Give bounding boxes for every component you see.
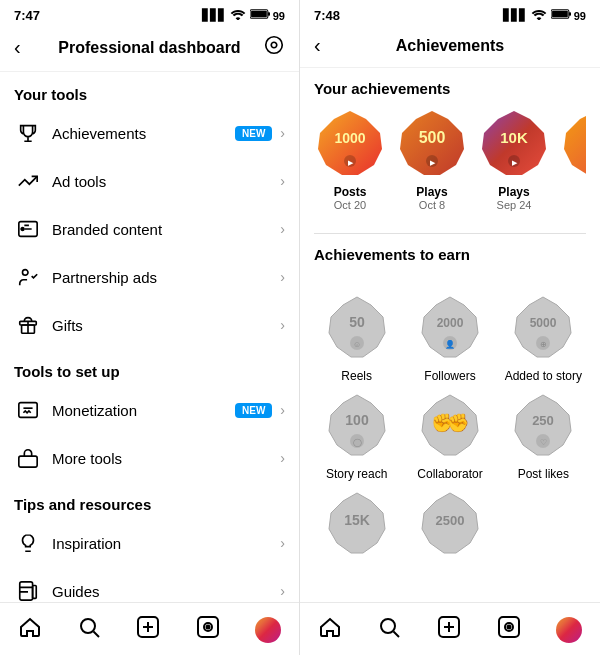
svg-point-3 xyxy=(266,37,283,54)
nav-profile-left[interactable] xyxy=(247,615,289,645)
toolbox-icon xyxy=(14,444,42,472)
achievements-label: Achievements xyxy=(52,125,235,142)
menu-item-achievements[interactable]: Achievements NEW › xyxy=(0,109,299,157)
earned-achievement-1000-posts[interactable]: 1000 ▶ Posts Oct 20 xyxy=(314,109,386,211)
menu-item-branded-content[interactable]: Branded content › xyxy=(0,205,299,253)
nav-plus-left[interactable] xyxy=(128,613,168,647)
menu-item-partnership-ads[interactable]: Partnership ads › xyxy=(0,253,299,301)
branded-content-chevron: › xyxy=(280,221,285,237)
right-scroll-area: Your achievements 1000 xyxy=(300,68,600,602)
plus-icon-left xyxy=(136,615,160,645)
earn-reels-label: Reels xyxy=(341,369,372,383)
earned-achievement-10k-plays[interactable]: 10K ▶ Plays Sep 24 xyxy=(478,109,550,211)
earn-15k[interactable]: 15K xyxy=(314,489,399,565)
achievements-new-badge: NEW xyxy=(235,126,272,141)
svg-rect-12 xyxy=(20,582,33,600)
svg-text:1000: 1000 xyxy=(334,130,365,146)
gift-icon xyxy=(14,311,42,339)
right-header-title: Achievements xyxy=(342,37,558,55)
your-achievements-section: Your achievements 1000 xyxy=(300,68,600,233)
partnership-ads-label: Partnership ads xyxy=(52,269,280,286)
bottom-nav-right xyxy=(300,602,600,655)
left-panel: 7:47 ▋▋▋ 99 ‹ Professional dashboard You… xyxy=(0,0,300,655)
ad-tools-chevron: › xyxy=(280,173,285,189)
section-your-tools: Your tools xyxy=(0,72,299,109)
branded-content-label: Branded content xyxy=(52,221,280,238)
settings-icon[interactable] xyxy=(257,34,285,61)
monetization-new-badge: NEW xyxy=(235,403,272,418)
partnership-ads-chevron: › xyxy=(280,269,285,285)
earn-added-story-label: Added to story xyxy=(505,369,582,383)
svg-text:♡: ♡ xyxy=(540,438,547,447)
menu-item-more-tools[interactable]: More tools › xyxy=(0,434,299,482)
svg-rect-24 xyxy=(569,12,571,16)
more-tools-label: More tools xyxy=(52,450,280,467)
earn-followers-label: Followers xyxy=(424,369,475,383)
section-tips-resources: Tips and resources xyxy=(0,482,299,519)
earn-reels[interactable]: 50 ☺ Reels xyxy=(314,293,399,383)
status-icons-left: ▋▋▋ 99 xyxy=(202,8,285,22)
svg-rect-1 xyxy=(251,11,267,17)
earn-collaborator[interactable]: ✊ ✊ Collaborator xyxy=(407,391,492,481)
svg-text:15K: 15K xyxy=(344,512,370,528)
nav-home-left[interactable] xyxy=(10,613,50,647)
menu-item-ad-tools[interactable]: Ad tools › xyxy=(0,157,299,205)
right-header: ‹ Achievements xyxy=(300,28,600,68)
signal-icon-left: ▋▋▋ xyxy=(202,9,226,22)
profile-avatar-left xyxy=(255,617,281,643)
achievement-1000-date: Oct 20 xyxy=(334,199,366,211)
back-button-right[interactable]: ‹ xyxy=(314,34,342,57)
person-tag2-icon xyxy=(14,263,42,291)
svg-text:5000: 5000 xyxy=(530,316,557,330)
earn-post-likes[interactable]: 250 ♡ Post likes xyxy=(501,391,586,481)
achievements-chevron: › xyxy=(280,125,285,141)
person-tag-icon xyxy=(14,215,42,243)
svg-rect-11 xyxy=(19,456,37,467)
earn-added-to-story[interactable]: 5000 ⊕ Added to story xyxy=(501,293,586,383)
monetization-label: Monetization xyxy=(52,402,235,419)
nav-reels-left[interactable] xyxy=(188,613,228,647)
earn-story-reach[interactable]: 100 ◯ Story reach xyxy=(314,391,399,481)
nav-profile-right[interactable] xyxy=(548,615,590,645)
menu-item-gifts[interactable]: Gifts › xyxy=(0,301,299,349)
svg-text:250: 250 xyxy=(532,413,554,428)
right-panel: 7:48 ▋▋▋ 99 ‹ Achievements Your achievem… xyxy=(300,0,600,655)
earn-2500[interactable]: 2500 xyxy=(407,489,492,565)
nav-search-left[interactable] xyxy=(69,613,109,647)
gifts-chevron: › xyxy=(280,317,285,333)
menu-item-inspiration[interactable]: Inspiration › xyxy=(0,519,299,567)
home-icon-right xyxy=(318,615,342,645)
menu-item-monetization[interactable]: Monetization NEW › xyxy=(0,386,299,434)
nav-search-right[interactable] xyxy=(369,613,409,647)
svg-text:◯: ◯ xyxy=(352,438,361,447)
gifts-label: Gifts xyxy=(52,317,280,334)
nav-plus-right[interactable] xyxy=(429,613,469,647)
plus-icon-right xyxy=(437,615,461,645)
status-bar-left: 7:47 ▋▋▋ 99 xyxy=(0,0,299,28)
earned-achievement-partial[interactable]: 5 xyxy=(560,109,586,211)
nav-home-right[interactable] xyxy=(310,613,350,647)
svg-rect-13 xyxy=(33,586,37,599)
svg-rect-23 xyxy=(552,11,568,17)
earn-followers[interactable]: 2000 👤 Followers xyxy=(407,293,492,383)
left-header: ‹ Professional dashboard xyxy=(0,28,299,72)
svg-text:100: 100 xyxy=(345,412,369,428)
home-icon-left xyxy=(18,615,42,645)
earned-achievement-500-plays[interactable]: 500 ▶ Plays Oct 8 xyxy=(396,109,468,211)
svg-text:500: 500 xyxy=(419,129,446,146)
achievement-500-type: Plays xyxy=(416,185,447,199)
svg-text:50: 50 xyxy=(349,314,365,330)
earn-section: Achievements to earn xyxy=(300,234,600,281)
nav-reels-right[interactable] xyxy=(489,613,529,647)
your-achievements-title: Your achievements xyxy=(314,80,586,97)
wifi-icon-left xyxy=(230,8,246,22)
wifi-icon-right xyxy=(531,8,547,22)
search-icon-left xyxy=(77,615,101,645)
svg-text:2500: 2500 xyxy=(436,513,465,528)
back-button-left[interactable]: ‹ xyxy=(14,36,42,59)
svg-rect-2 xyxy=(268,12,270,16)
section-tools-to-setup: Tools to set up xyxy=(0,349,299,386)
earn-grid: 50 ☺ Reels 2000 👤 Followers xyxy=(300,281,600,577)
menu-item-guides[interactable]: Guides › xyxy=(0,567,299,602)
time-right: 7:48 xyxy=(314,8,340,23)
